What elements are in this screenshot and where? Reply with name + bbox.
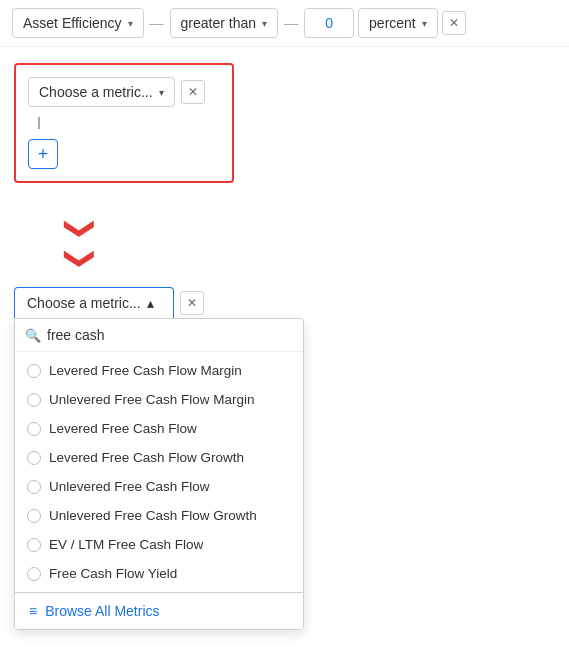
search-input-row: 🔍 [15, 319, 303, 352]
list-item[interactable]: Unlevered Free Cash Flow Margin [15, 385, 303, 414]
list-item[interactable]: Free Cash Flow Yield [15, 559, 303, 588]
choose-metric-label-bottom: Choose a metric... [27, 295, 141, 311]
unit-filter-label: percent [369, 15, 416, 31]
browse-metrics-label: Browse All Metrics [45, 603, 159, 619]
metric-result-label-1: Levered Free Cash Flow Margin [49, 363, 242, 378]
browse-lines-icon: ≡ [29, 603, 37, 619]
double-chevron-indicator: ❯ ❯ [55, 213, 105, 273]
metric-radio-5 [27, 480, 41, 494]
top-filter-close-icon: ✕ [449, 16, 459, 30]
dash-2: — [282, 15, 300, 31]
add-icon: + [38, 144, 49, 165]
choose-metric-dropdown-top[interactable]: Choose a metric... ▾ [28, 77, 175, 107]
metric-chevron-down-icon: ▾ [159, 87, 164, 98]
choose-metric-label-top: Choose a metric... [39, 84, 153, 100]
metric-result-label-6: Unlevered Free Cash Flow Growth [49, 508, 257, 523]
metric-radio-2 [27, 393, 41, 407]
search-icon: 🔍 [25, 328, 41, 343]
condition-filter-label: greater than [181, 15, 257, 31]
metric-result-label-8: Free Cash Flow Yield [49, 566, 177, 581]
bottom-metric-selector-row: Choose a metric... ▴ ✕ [14, 287, 555, 318]
metric-filter-dropdown[interactable]: Asset Efficiency ▾ [12, 8, 144, 38]
metric-radio-3 [27, 422, 41, 436]
unit-chevron-icon: ▾ [422, 18, 427, 29]
metric-result-label-4: Levered Free Cash Flow Growth [49, 450, 244, 465]
top-filter-row: Asset Efficiency ▾ — greater than ▾ — pe… [0, 0, 569, 47]
metric-radio-7 [27, 538, 41, 552]
metric-close-button-bottom[interactable]: ✕ [180, 291, 204, 315]
list-item[interactable]: Unlevered Free Cash Flow [15, 472, 303, 501]
choose-metric-dropdown-bottom[interactable]: Choose a metric... ▴ [14, 287, 174, 318]
browse-all-metrics-button[interactable]: ≡ Browse All Metrics [15, 592, 303, 629]
dash-1: — [148, 15, 166, 31]
chevron-down-1-icon: ❯ [65, 216, 95, 241]
metric-radio-6 [27, 509, 41, 523]
chevron-down-2-icon: ❯ [65, 246, 95, 271]
add-metric-button[interactable]: + [28, 139, 58, 169]
metric-result-label-5: Unlevered Free Cash Flow [49, 479, 210, 494]
metric-radio-8 [27, 567, 41, 581]
list-item[interactable]: Levered Free Cash Flow Growth [15, 443, 303, 472]
metric-result-label-3: Levered Free Cash Flow [49, 421, 197, 436]
metric-close-icon-bottom: ✕ [187, 296, 197, 310]
connector-line [38, 117, 40, 129]
metric-box-container: Choose a metric... ▾ ✕ + [14, 63, 234, 183]
metric-close-icon-top: ✕ [188, 85, 198, 99]
metric-search-input[interactable] [47, 327, 293, 343]
list-item[interactable]: Unlevered Free Cash Flow Growth [15, 501, 303, 530]
list-item[interactable]: Levered Free Cash Flow Margin [15, 356, 303, 385]
metric-filter-label: Asset Efficiency [23, 15, 122, 31]
filter-value-input[interactable] [304, 8, 354, 38]
unit-filter-dropdown[interactable]: percent ▾ [358, 8, 438, 38]
condition-chevron-icon: ▾ [262, 18, 267, 29]
metric-chevron-icon: ▾ [128, 18, 133, 29]
condition-filter-dropdown[interactable]: greater than ▾ [170, 8, 279, 38]
list-item[interactable]: Levered Free Cash Flow [15, 414, 303, 443]
bottom-metric-chevron-up-icon: ▴ [147, 295, 154, 311]
search-dropdown-panel: 🔍 Levered Free Cash Flow Margin Unlevere… [14, 318, 304, 630]
metric-selector-top-row: Choose a metric... ▾ ✕ [28, 77, 220, 107]
metric-result-label-7: EV / LTM Free Cash Flow [49, 537, 203, 552]
bottom-metric-section: Choose a metric... ▴ ✕ 🔍 Levered Free Ca… [14, 287, 555, 630]
metric-results-list: Levered Free Cash Flow Margin Unlevered … [15, 352, 303, 592]
metric-close-button-top[interactable]: ✕ [181, 80, 205, 104]
top-filter-close-button[interactable]: ✕ [442, 11, 466, 35]
metric-result-label-2: Unlevered Free Cash Flow Margin [49, 392, 255, 407]
list-item[interactable]: EV / LTM Free Cash Flow [15, 530, 303, 559]
metric-radio-4 [27, 451, 41, 465]
metric-radio-1 [27, 364, 41, 378]
